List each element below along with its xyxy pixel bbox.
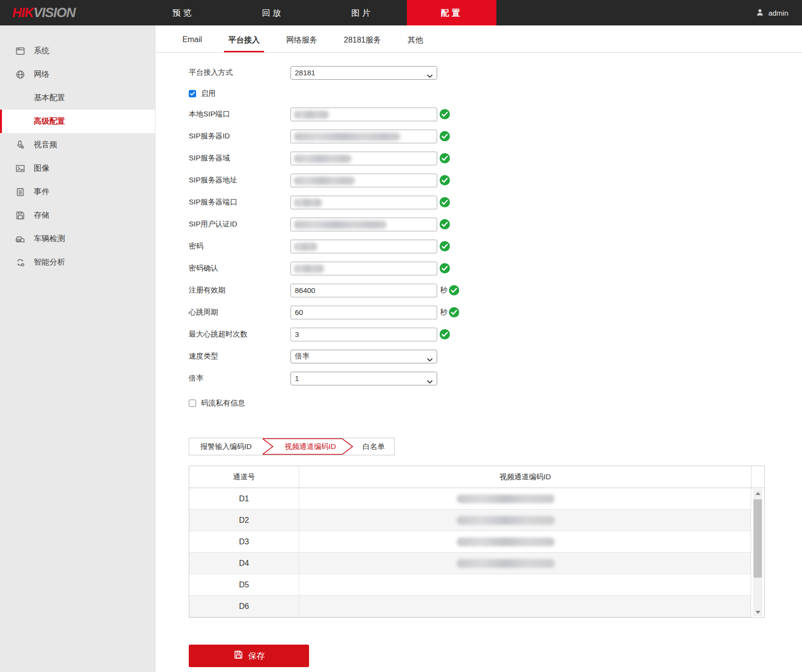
- heartbeat-interval-label: 心跳周期: [189, 308, 290, 317]
- sidebar-item-storage[interactable]: 存储: [0, 203, 155, 227]
- stream-private-checkbox[interactable]: [189, 400, 196, 407]
- scroll-down-arrow-icon[interactable]: [753, 608, 762, 616]
- table-header: 通道号 视频通道编码ID: [189, 466, 764, 488]
- redacted-value: [294, 133, 401, 141]
- sidebar-item-label: 车辆检测: [34, 234, 65, 244]
- nav-playback[interactable]: 回放: [228, 0, 317, 25]
- main-content: Email 平台接入 网络服务 28181服务 其他 平台接入方式 28181 …: [156, 25, 802, 672]
- chevron-down-icon: [427, 71, 433, 80]
- save-label: 保存: [248, 650, 265, 662]
- nav-config[interactable]: 配置: [407, 0, 496, 25]
- user-box[interactable]: admin: [756, 0, 788, 25]
- multiplier-label: 倍率: [189, 374, 290, 383]
- password-confirm-label: 密码确认: [189, 264, 290, 273]
- column-header-channel: 通道号: [189, 466, 299, 488]
- table-row[interactable]: D4: [189, 553, 751, 574]
- sidebar-item-event[interactable]: 事件: [0, 180, 155, 203]
- platform-access-mode-label: 平台接入方式: [189, 68, 290, 77]
- table-row[interactable]: D5: [189, 574, 751, 596]
- image-icon: [15, 163, 25, 174]
- sidebar-item-system[interactable]: 系统: [0, 39, 155, 63]
- table-row[interactable]: D3: [189, 531, 751, 553]
- sidebar-item-network[interactable]: 网络: [0, 63, 155, 86]
- nav-preview[interactable]: 预览: [138, 0, 228, 25]
- max-heartbeat-timeouts-input[interactable]: [290, 328, 437, 341]
- enable-checkbox[interactable]: [189, 90, 196, 97]
- id-cell: [299, 510, 751, 531]
- redacted-value: [294, 265, 324, 273]
- sidebar-item-label: 智能分析: [34, 257, 65, 268]
- registration-validity-input[interactable]: [290, 284, 437, 297]
- id-cell: [299, 488, 751, 509]
- tab-28181-service[interactable]: 28181服务: [339, 35, 386, 52]
- sidebar-item-basic-config[interactable]: 基本配置: [0, 86, 155, 110]
- sip-server-port-label: SIP服务器端口: [189, 198, 290, 207]
- table-row[interactable]: D2: [189, 510, 751, 531]
- globe-icon: [15, 69, 25, 80]
- table-row[interactable]: D1: [189, 488, 751, 510]
- sidebar-item-label: 网络: [34, 69, 49, 80]
- id-cell: [299, 553, 751, 574]
- enable-row: 启用: [189, 84, 802, 103]
- valid-check-icon: [439, 153, 450, 164]
- tab-network-service[interactable]: 网络服务: [282, 35, 322, 52]
- sidebar-item-video-audio[interactable]: 视音频: [0, 133, 155, 157]
- unit-label: 秒: [440, 286, 447, 295]
- select-value: 1: [295, 374, 299, 382]
- table-scrollbar[interactable]: [753, 489, 762, 616]
- valid-check-icon: [439, 329, 450, 340]
- redacted-value: [294, 243, 317, 251]
- redacted-value: [294, 199, 322, 207]
- sidebar-item-label: 图像: [34, 163, 49, 174]
- unit-label: 秒: [440, 308, 447, 317]
- subtab-whitelist[interactable]: 白名单: [353, 438, 394, 455]
- user-icon: [756, 8, 764, 18]
- tab-other[interactable]: 其他: [403, 35, 428, 52]
- sip-server-id-label: SIP服务器ID: [189, 132, 290, 141]
- vehicle-detection-icon: [15, 233, 25, 244]
- id-cell: [299, 574, 751, 595]
- redacted-value: [294, 155, 352, 163]
- sidebar-item-label: 事件: [34, 187, 49, 197]
- nav-picture[interactable]: 图片: [317, 0, 407, 25]
- heartbeat-interval-input[interactable]: [290, 306, 437, 319]
- logo-hik: HIK: [12, 5, 34, 21]
- sidebar-item-vehicle-detection[interactable]: 车辆检测: [0, 227, 155, 250]
- sip-server-domain-label: SIP服务器域: [189, 154, 290, 163]
- id-cell: [299, 531, 751, 552]
- redacted-value: [457, 538, 555, 546]
- chevron-down-icon: [427, 377, 433, 385]
- multiplier-select[interactable]: 1: [290, 372, 437, 385]
- video-channel-id-table: 通道号 视频通道编码ID D1 D2 D3 D4 D5: [189, 466, 765, 618]
- stream-private-row: 码流私有信息: [189, 393, 802, 413]
- sidebar-item-smart-analysis[interactable]: 智能分析: [0, 250, 155, 274]
- user-name: admin: [768, 9, 788, 17]
- subtab-alarm-input-id[interactable]: 报警输入编码ID: [189, 438, 263, 455]
- redacted-value: [457, 494, 555, 503]
- channel-cell: D4: [189, 553, 299, 574]
- sip-server-address-label: SIP服务器地址: [189, 176, 290, 185]
- speed-type-label: 速度类型: [189, 352, 290, 361]
- tab-bar: Email 平台接入 网络服务 28181服务 其他: [156, 25, 802, 53]
- table-body: D1 D2 D3 D4 D5 D6: [189, 488, 764, 617]
- subtab-video-channel-id[interactable]: 视频通道编码ID: [263, 438, 353, 455]
- channel-cell: D5: [189, 574, 299, 595]
- tab-email[interactable]: Email: [178, 35, 206, 52]
- platform-access-mode-select[interactable]: 28181: [290, 66, 437, 80]
- valid-check-icon: [439, 241, 450, 252]
- redacted-value: [457, 516, 555, 525]
- sidebar-item-label: 基本配置: [34, 93, 65, 103]
- scrollbar-thumb[interactable]: [754, 499, 762, 578]
- valid-check-icon: [439, 263, 450, 274]
- password-label: 密码: [189, 242, 290, 251]
- save-button[interactable]: 保存: [189, 645, 309, 667]
- event-icon: [15, 186, 25, 197]
- sidebar-item-label: 系统: [34, 46, 49, 56]
- tab-platform-access[interactable]: 平台接入: [224, 35, 264, 52]
- redacted-value: [294, 221, 387, 229]
- sidebar-item-image[interactable]: 图像: [0, 157, 155, 180]
- table-row[interactable]: D6: [189, 596, 751, 617]
- sidebar-item-advanced-config[interactable]: 高级配置: [0, 110, 155, 133]
- speed-type-select[interactable]: 倍率: [290, 350, 437, 363]
- scroll-up-arrow-icon[interactable]: [753, 489, 762, 497]
